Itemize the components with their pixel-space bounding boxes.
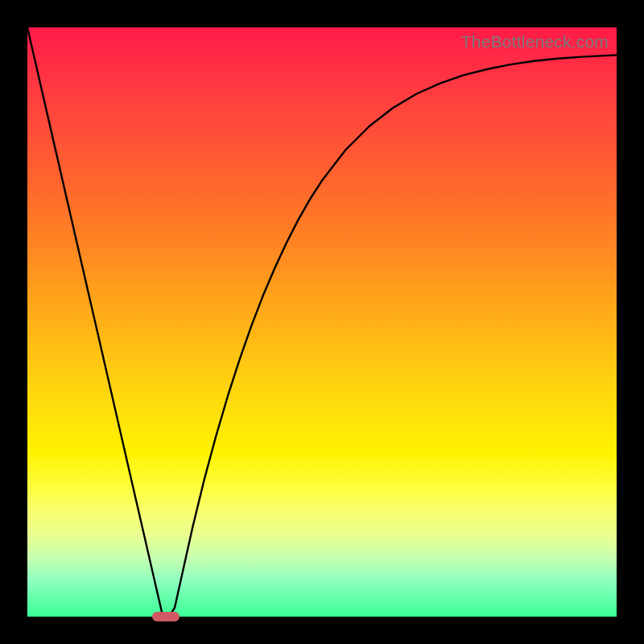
plot-area: TheBottleneck.com <box>27 27 617 617</box>
optimal-point-marker <box>152 612 180 621</box>
chart-frame: TheBottleneck.com <box>0 0 644 644</box>
bottleneck-curve <box>27 27 617 617</box>
